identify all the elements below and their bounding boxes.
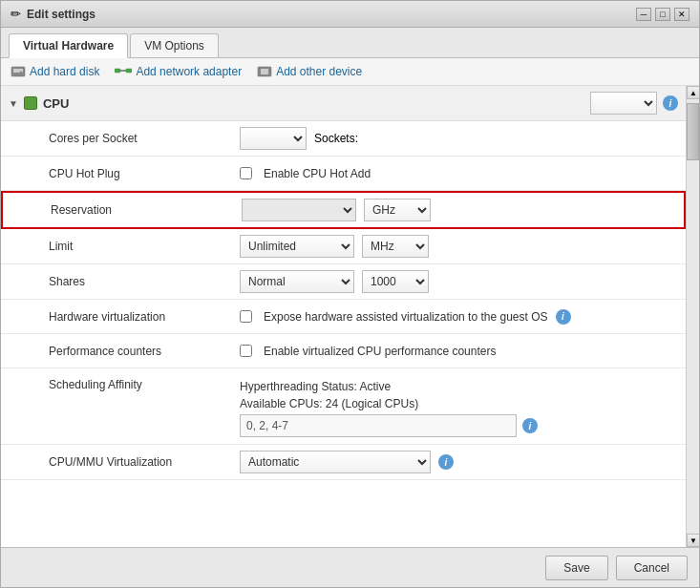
cancel-button[interactable]: Cancel — [616, 556, 688, 580]
reservation-row: Reservation GHz MHz — [1, 191, 686, 229]
toolbar: Add hard disk Add network adapter Add ot… — [1, 58, 699, 86]
network-icon — [115, 65, 132, 78]
cpu-mmu-row: CPU/MMU Virtualization Automatic Softwar… — [1, 445, 686, 480]
shares-value-select[interactable]: Normal Low High Custom — [240, 270, 354, 293]
scroll-down-button[interactable]: ▼ — [687, 534, 699, 547]
cpu-section-header: ▼ CPU 1248 i — [1, 86, 686, 121]
svg-rect-5 — [126, 69, 132, 73]
cpu-section-icon — [24, 96, 37, 110]
cpu-info-icon[interactable]: i — [663, 95, 678, 111]
cpu-hot-plug-label: CPU Hot Plug — [1, 159, 230, 188]
tab-bar: Virtual Hardware VM Options — [1, 28, 699, 58]
cpu-count-select[interactable]: 1248 — [590, 92, 657, 115]
cpu-hot-add-checkbox-label: Enable CPU Hot Add — [264, 167, 371, 180]
limit-unit-select[interactable]: MHz GHz — [362, 235, 429, 258]
cpu-hot-plug-row: CPU Hot Plug Enable CPU Hot Add — [1, 157, 686, 191]
scrollbar: ▲ ▼ — [686, 86, 699, 547]
cpu-mmu-select[interactable]: Automatic Software Hardware — [240, 451, 431, 473]
scroll-thumb[interactable] — [687, 103, 699, 160]
add-other-device-button[interactable]: Add other device — [257, 65, 362, 78]
title-bar: ✏ Edit settings ─ □ ✕ — [1, 1, 699, 28]
hw-virt-info-icon[interactable]: i — [556, 309, 571, 325]
hardware-virtualization-checkbox[interactable] — [240, 310, 252, 323]
minimize-button[interactable]: ─ — [636, 8, 651, 21]
cores-per-socket-label: Cores per Socket — [1, 124, 230, 153]
add-network-adapter-label: Add network adapter — [136, 65, 242, 78]
performance-counters-row: Performance counters Enable virtualized … — [1, 334, 686, 368]
svg-rect-7 — [261, 69, 268, 74]
save-button[interactable]: Save — [545, 556, 607, 580]
cpu-hot-add-checkbox[interactable] — [240, 167, 252, 179]
device-icon — [257, 65, 272, 78]
scheduling-affinity-label: Scheduling Affinity — [1, 374, 230, 399]
affinity-input[interactable] — [240, 414, 517, 437]
main-body: ▼ CPU 1248 i Cores per Socket 124 — [1, 86, 699, 547]
sockets-label: Sockets: — [314, 132, 358, 145]
window-controls: ─ □ ✕ — [636, 8, 689, 21]
close-button[interactable]: ✕ — [674, 8, 689, 21]
window-title: Edit settings — [27, 8, 95, 21]
cores-per-socket-select[interactable]: 124 — [240, 127, 307, 150]
edit-icon: ✏ — [11, 7, 21, 21]
hardware-virtualization-checkbox-label: Expose hardware assisted virtualization … — [264, 310, 548, 324]
tab-vm-options[interactable]: VM Options — [130, 33, 219, 57]
svg-rect-3 — [115, 69, 120, 73]
collapse-arrow[interactable]: ▼ — [9, 98, 18, 109]
svg-point-2 — [20, 72, 23, 74]
edit-settings-window: ✏ Edit settings ─ □ ✕ Virtual Hardware V… — [0, 0, 700, 588]
performance-counters-checkbox[interactable] — [240, 345, 252, 357]
limit-label: Limit — [1, 232, 230, 261]
cpu-mmu-info-icon[interactable]: i — [438, 454, 454, 470]
add-network-adapter-button[interactable]: Add network adapter — [115, 65, 242, 78]
available-cpus: Available CPUs: 24 (Logical CPUs) — [240, 397, 418, 410]
reservation-label: Reservation — [3, 196, 232, 224]
add-other-device-label: Add other device — [276, 65, 362, 78]
limit-controls: Unlimited MHz GHz — [230, 229, 686, 263]
reservation-unit-select[interactable]: GHz MHz — [364, 199, 431, 221]
main-content: ▼ CPU 1248 i Cores per Socket 124 — [1, 86, 686, 547]
scheduling-affinity-controls: Hyperthreading Status: Active Available … — [230, 374, 686, 443]
performance-counters-checkbox-label: Enable virtualized CPU performance count… — [264, 345, 496, 358]
shares-controls: Normal Low High Custom 1000 500 2000 — [230, 264, 686, 299]
shares-row: Shares Normal Low High Custom 1000 500 2… — [1, 264, 686, 300]
hardware-virtualization-controls: Expose hardware assisted virtualization … — [230, 304, 686, 330]
add-hard-disk-label: Add hard disk — [30, 65, 99, 78]
affinity-info-icon[interactable]: i — [522, 418, 538, 433]
limit-row: Limit Unlimited MHz GHz — [1, 229, 686, 264]
svg-rect-4 — [120, 70, 126, 72]
tab-virtual-hardware[interactable]: Virtual Hardware — [9, 33, 128, 58]
shares-number-select[interactable]: 1000 500 2000 — [362, 270, 429, 293]
cores-per-socket-row: Cores per Socket 124 Sockets: — [1, 121, 686, 157]
performance-counters-label: Performance counters — [1, 337, 230, 366]
cpu-mmu-label: CPU/MMU Virtualization — [1, 448, 230, 476]
shares-label: Shares — [1, 267, 230, 296]
performance-counters-controls: Enable virtualized CPU performance count… — [230, 339, 686, 364]
reservation-value-select[interactable] — [242, 199, 356, 221]
add-hard-disk-button[interactable]: Add hard disk — [11, 64, 99, 79]
hardware-virtualization-row: Hardware virtualization Expose hardware … — [1, 300, 686, 334]
limit-value-select[interactable]: Unlimited — [240, 235, 354, 258]
hardware-virtualization-label: Hardware virtualization — [1, 303, 230, 331]
hyperthreading-status: Hyperthreading Status: Active — [240, 380, 391, 393]
disk-icon — [11, 64, 26, 79]
cpu-section-title: CPU — [43, 96, 69, 111]
maximize-button[interactable]: □ — [655, 8, 670, 21]
scheduling-affinity-row: Scheduling Affinity Hyperthreading Statu… — [1, 368, 686, 445]
cpu-mmu-controls: Automatic Software Hardware i — [230, 445, 686, 479]
reservation-controls: GHz MHz — [232, 193, 684, 227]
cpu-hot-plug-controls: Enable CPU Hot Add — [230, 161, 686, 186]
footer: Save Cancel — [1, 547, 699, 587]
cores-per-socket-controls: 124 Sockets: — [230, 121, 686, 156]
scroll-up-button[interactable]: ▲ — [687, 86, 699, 99]
